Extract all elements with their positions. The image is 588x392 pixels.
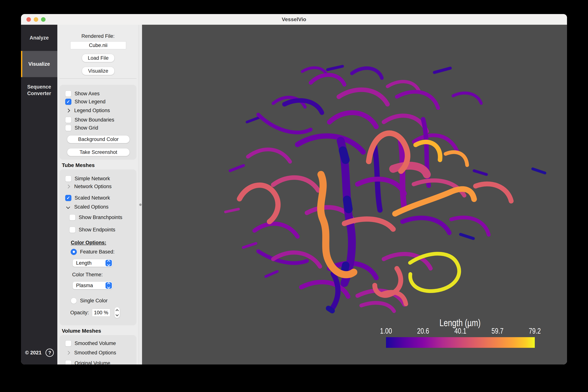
checkbox-label: Show Axes: [75, 91, 100, 96]
tree-label: Network Options: [74, 184, 112, 190]
zoom-button[interactable]: [41, 17, 46, 22]
color-theme-label: Color Theme:: [72, 272, 103, 278]
legend-tick: 59.7: [491, 326, 503, 336]
tree-label: Legend Options: [74, 108, 110, 114]
legend-tick: 79.2: [529, 326, 541, 336]
close-button[interactable]: [27, 17, 31, 22]
checkbox-label: Show Legend: [75, 99, 106, 105]
color-options-label: Color Options:: [71, 240, 106, 246]
rendered-file-field[interactable]: [70, 41, 126, 49]
theme-select-dropdown[interactable]: Plasma: [73, 282, 112, 289]
checkbox-label: Show Grid: [75, 125, 98, 131]
radio-label: Feature Based:: [80, 249, 115, 255]
scaled-network-checkbox[interactable]: ✓: [65, 195, 71, 201]
network-options-row[interactable]: Network Options: [65, 182, 112, 191]
desktop-background: VesselVio Analyze Visualize Sequence Con…: [0, 0, 588, 392]
sidebar-item-visualize[interactable]: Visualize: [21, 51, 57, 77]
help-icon[interactable]: ?: [46, 348, 54, 357]
tube-meshes-header: Tube Meshes: [62, 162, 95, 168]
colorbar: [386, 337, 535, 348]
show-endpoints-checkbox[interactable]: ✓: [69, 227, 76, 233]
dropdown-stepper-icon: [106, 260, 112, 266]
scaled-options-row[interactable]: Scaled Options: [65, 202, 109, 211]
show-endpoints-row[interactable]: ✓ Show Endpoints: [69, 226, 115, 234]
check-icon: ✓: [67, 196, 70, 200]
show-axes-checkbox[interactable]: ✓: [65, 90, 71, 97]
legend-options-expander[interactable]: [65, 108, 71, 114]
single-color-radio[interactable]: [71, 298, 77, 304]
chevron-up-icon: [107, 260, 110, 263]
visualize-button[interactable]: Visualize: [82, 67, 115, 75]
load-file-button[interactable]: Load File: [82, 54, 115, 62]
smoothed-options-expander[interactable]: [65, 350, 71, 356]
original-volume-row[interactable]: ✓ Original Volume: [65, 359, 110, 364]
show-boundaries-row[interactable]: ✓ Show Boundaries: [65, 116, 114, 124]
sidebar-item-label: Analyze: [30, 35, 49, 41]
app-window: VesselVio Analyze Visualize Sequence Con…: [21, 14, 567, 364]
section-divider: [60, 78, 136, 78]
simple-network-row[interactable]: ✓ Simple Network: [65, 174, 110, 183]
show-grid-checkbox[interactable]: ✓: [65, 125, 71, 131]
show-legend-checkbox[interactable]: ✓: [65, 99, 71, 105]
viewport-3d[interactable]: Length (µm) 1.00 20.6 40.1 59.7 79.2: [142, 25, 567, 364]
chevron-right-icon: [66, 184, 70, 188]
checkbox-label: Show Branchpoints: [79, 214, 122, 220]
copyright-text: © 2021: [25, 350, 42, 356]
checkbox-label: Original Volume: [75, 360, 110, 365]
smoothed-volume-checkbox[interactable]: ✓: [65, 340, 71, 346]
opacity-row: Opacity: 100 %: [70, 308, 120, 317]
show-axes-row[interactable]: ✓ Show Axes: [65, 89, 100, 98]
sidebar-item-sequence-converter[interactable]: Sequence Converter: [21, 77, 57, 103]
scaled-options-expander[interactable]: [65, 204, 71, 210]
chevron-down-icon: [116, 313, 119, 316]
single-color-row[interactable]: Single Color: [71, 296, 108, 305]
opacity-stepper[interactable]: [115, 307, 120, 318]
original-volume-checkbox[interactable]: ✓: [65, 360, 71, 365]
smoothed-volume-row[interactable]: ✓ Smoothed Volume: [65, 339, 116, 348]
opacity-value-field[interactable]: 100 %: [92, 309, 110, 316]
show-branchpoints-checkbox[interactable]: ✓: [69, 214, 76, 220]
panel-resize-handle[interactable]: [139, 25, 142, 364]
scrollbar-thumb[interactable]: [139, 204, 142, 206]
take-screenshot-button[interactable]: Take Screenshot: [67, 148, 130, 156]
simple-network-checkbox[interactable]: ✓: [65, 176, 71, 182]
opacity-label: Opacity:: [70, 310, 89, 316]
control-panel: Rendered File: Load File Visualize ✓ Sho…: [57, 25, 139, 364]
network-options-expander[interactable]: [65, 184, 71, 190]
legend-options-row[interactable]: Legend Options: [65, 106, 110, 115]
sidebar-item-analyze[interactable]: Analyze: [21, 25, 57, 51]
chevron-down-icon: [107, 263, 110, 266]
volume-meshes-header: Volume Meshes: [62, 328, 101, 334]
minimize-button[interactable]: [34, 17, 38, 22]
vessel-network-render: [142, 25, 567, 364]
tree-label: Scaled Options: [74, 204, 109, 210]
show-grid-row[interactable]: ✓ Show Grid: [65, 124, 98, 132]
radio-label: Single Color: [80, 298, 108, 304]
chevron-up-icon: [116, 309, 119, 312]
checkbox-label: Show Endpoints: [79, 227, 115, 233]
sidebar-item-label: Sequence Converter: [24, 84, 54, 97]
check-icon: ✓: [67, 100, 70, 104]
color-options-row: Color Options:: [71, 238, 106, 247]
show-legend-row[interactable]: ✓ Show Legend: [65, 97, 106, 106]
chevron-down-icon: [107, 286, 110, 289]
feature-select-dropdown[interactable]: Length: [73, 259, 112, 267]
checkbox-label: Smoothed Volume: [75, 340, 116, 346]
radio-dot: [73, 251, 75, 253]
background-color-button[interactable]: Background Color: [67, 135, 130, 143]
feature-based-radio[interactable]: [71, 249, 77, 255]
checkbox-label: Scaled Network: [75, 195, 110, 201]
tree-label: Smoothed Options: [74, 350, 116, 356]
feature-based-row[interactable]: Feature Based:: [71, 248, 115, 256]
legend-tick: 20.6: [417, 326, 429, 336]
legend-tick: 1.00: [380, 326, 392, 336]
chevron-right-icon: [66, 351, 70, 354]
active-accent-bar: [21, 51, 22, 77]
dropdown-value: Plasma: [76, 283, 93, 288]
show-boundaries-checkbox[interactable]: ✓: [65, 117, 71, 123]
show-branchpoints-row[interactable]: ✓ Show Branchpoints: [69, 213, 122, 222]
scaled-network-row[interactable]: ✓ Scaled Network: [65, 194, 110, 202]
legend-tick: 40.1: [454, 326, 466, 336]
chevron-right-icon: [66, 108, 70, 112]
smoothed-options-row[interactable]: Smoothed Options: [65, 348, 116, 357]
